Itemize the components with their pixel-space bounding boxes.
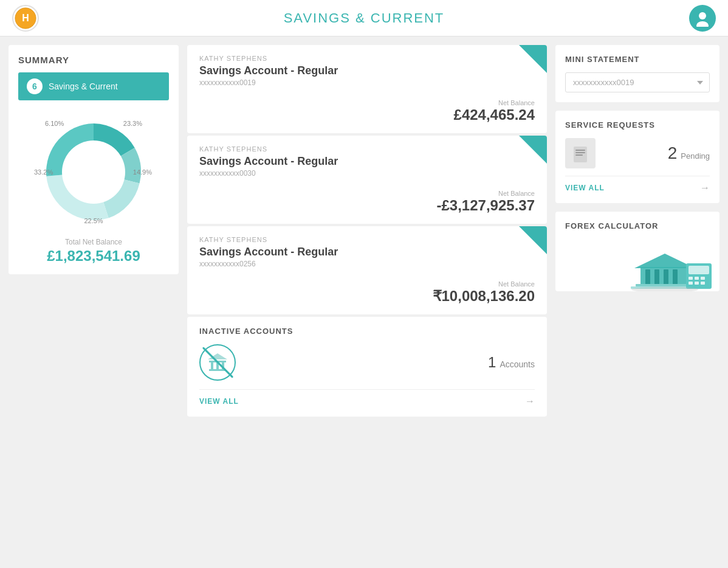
inactive-content: 1 Accounts [199,344,535,381]
mini-statement-dropdown[interactable]: xxxxxxxxxxx0019 [565,72,710,92]
svg-point-3 [696,21,709,27]
total-balance-label: Total Net Balance [18,238,169,246]
bank-svg [207,352,228,373]
svg-rect-18 [664,269,668,285]
account-balance-2: -£3,127,925.37 [199,197,535,214]
sidebar: MINI STATEMENT xxxxxxxxxxx0019 SERVICE R… [555,45,719,419]
forex-calculator-panel: FOREX CALCULATOR [555,212,719,291]
svg-rect-8 [216,362,219,369]
mini-statement-panel: MINI STATEMENT xxxxxxxxxxx0019 [555,45,719,102]
account-name-1: Savings Account - Regular [199,64,535,77]
svg-marker-10 [208,353,227,359]
inactive-view-all-bar[interactable]: VIEW ALL → [199,389,535,407]
main-content: SUMMARY 6 Savings & Current [0,36,728,428]
svg-rect-27 [701,277,705,280]
summary-bar: 6 Savings & Current [18,72,169,100]
balance-label-1: Net Balance [199,99,535,106]
inactive-count-label: Accounts [500,359,535,369]
inactive-title: INACTIVE ACCOUNTS [199,327,535,336]
arrow-right-icon: → [525,396,535,407]
balance-label-3: Net Balance [199,280,535,288]
service-icon [571,144,589,162]
account-owner-2: KATHY STEPHENS [199,145,535,153]
account-name-2: Savings Account - Regular [199,155,535,168]
account-balance-1: £424,465.24 [199,106,535,123]
pending-group: 2 Pending [668,144,710,163]
total-balance-amount: £1,823,541.69 [18,248,169,265]
account-name-3: Savings Account - Regular [199,246,535,258]
account-owner-3: KATHY STEPHENS [199,236,535,243]
page-title: SAVINGS & CURRENT [39,10,689,26]
header: H SAVINGS & CURRENT [0,0,728,36]
svg-rect-26 [695,277,699,280]
summary-count: 6 [27,78,43,94]
mini-statement-title: MINI STATEMENT [565,55,710,64]
service-requests-content: 2 Pending [565,138,710,168]
svg-rect-29 [695,282,699,285]
balance-label-2: Net Balance [199,190,535,197]
inactive-view-all-text[interactable]: VIEW ALL [199,397,239,406]
account-number-1: xxxxxxxxxxx0019 [199,78,535,87]
svg-rect-13 [575,152,585,153]
account-number-2: xxxxxxxxxxx0030 [199,169,535,178]
donut-label-2: 14.9% [133,168,152,176]
svg-point-4 [62,140,125,204]
donut-label-4: 33.2% [34,168,53,176]
svg-rect-16 [645,269,650,285]
inactive-bank-icon [199,344,236,381]
pending-label: Pending [681,151,710,161]
card-corner-3 [519,226,547,254]
inactive-count: 1 [488,354,496,371]
summary-title: SUMMARY [18,55,169,65]
account-balance-3: ₹10,008,136.20 [199,288,535,305]
svg-rect-21 [636,284,694,286]
forex-building-svg [622,243,719,291]
svg-text:H: H [22,13,29,23]
card-corner-1 [519,45,547,73]
accounts-list: KATHY STEPHENS Savings Account - Regular… [187,45,547,419]
svg-point-2 [699,12,706,19]
inactive-count-group: 1 Accounts [488,354,535,371]
service-view-all-text[interactable]: VIEW ALL [565,184,605,192]
card-corner-2 [519,136,547,164]
pending-count: 2 [668,144,678,163]
summary-panel: SUMMARY 6 Savings & Current [9,45,179,274]
inactive-accounts-card: INACTIVE ACCOUNTS 1 [187,317,547,417]
forex-title: FOREX CALCULATOR [565,221,710,230]
svg-rect-28 [689,282,693,285]
service-icon-box [565,138,596,168]
service-requests-panel: SERVICE REQUESTS 2 Pending VIEW ALL [555,111,719,203]
svg-rect-30 [701,282,705,285]
svg-rect-14 [575,154,583,156]
service-arrow-icon: → [700,182,710,193]
svg-rect-7 [211,362,213,369]
avatar[interactable] [689,5,716,32]
svg-rect-24 [689,266,709,274]
donut-label-5: 6.10% [45,120,64,127]
account-card-1[interactable]: KATHY STEPHENS Savings Account - Regular… [187,45,547,133]
service-requests-title: SERVICE REQUESTS [565,120,710,130]
account-owner-1: KATHY STEPHENS [199,55,535,62]
forex-icon-area [565,239,710,282]
app-logo[interactable]: H [12,5,39,32]
donut-label-3: 22.5% [84,217,103,224]
svg-rect-17 [654,269,659,285]
account-number-3: xxxxxxxxxxx0256 [199,260,535,268]
summary-bar-label: Savings & Current [49,81,118,91]
donut-label-1: 23.3% [123,120,142,127]
account-card-3[interactable]: KATHY STEPHENS Savings Account - Regular… [187,226,547,314]
service-view-all[interactable]: VIEW ALL → [565,176,710,193]
svg-rect-9 [222,362,224,369]
donut-chart: 23.3% 14.9% 22.5% 33.2% 6.10% [33,111,154,233]
svg-rect-6 [209,369,226,371]
svg-rect-5 [209,361,226,362]
svg-rect-12 [575,150,585,151]
svg-rect-19 [673,269,678,285]
account-card-2[interactable]: KATHY STEPHENS Savings Account - Regular… [187,136,547,224]
svg-rect-25 [689,277,693,280]
